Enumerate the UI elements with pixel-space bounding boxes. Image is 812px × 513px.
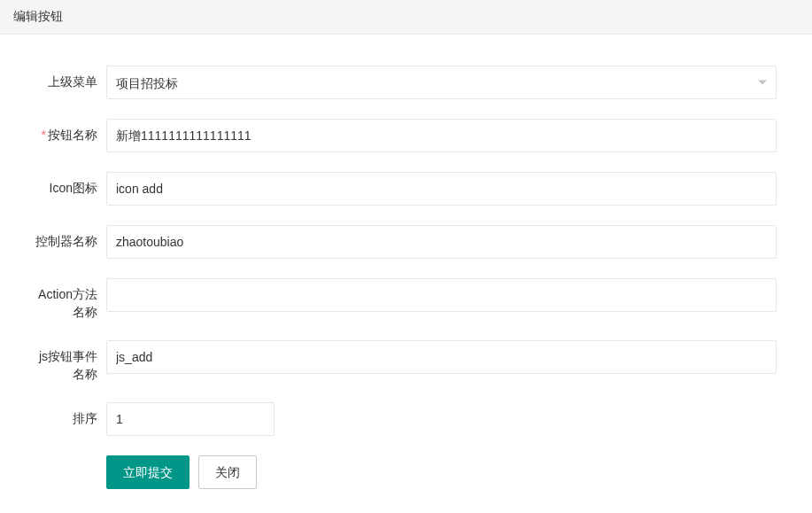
- chevron-down-icon: [758, 81, 767, 85]
- label-js-event: js按钮事件名称: [35, 340, 106, 383]
- label-button-name: *按钮名称: [35, 119, 106, 144]
- sort-input[interactable]: [106, 402, 275, 436]
- form-item-parent-menu: 上级菜单 项目招投标: [35, 66, 777, 99]
- field-content: [106, 340, 777, 374]
- icon-input[interactable]: [106, 172, 777, 206]
- submit-button[interactable]: 立即提交: [106, 455, 189, 489]
- page-header: 编辑按钮: [0, 0, 812, 35]
- label-text: 按钮名称: [48, 128, 97, 142]
- js-event-input[interactable]: [106, 340, 777, 374]
- select-display: 项目招投标: [106, 66, 777, 99]
- button-name-input[interactable]: [106, 119, 777, 152]
- form-item-js-event: js按钮事件名称: [35, 340, 777, 383]
- field-content: [106, 172, 777, 206]
- field-content: [106, 225, 777, 259]
- form-item-sort: 排序: [35, 402, 777, 436]
- select-value: 项目招投标: [116, 76, 178, 90]
- label-parent-menu: 上级菜单: [35, 66, 106, 91]
- page-title: 编辑按钮: [13, 9, 63, 23]
- form-item-button-name: *按钮名称: [35, 119, 777, 152]
- label-action: Action方法名称: [35, 278, 106, 321]
- field-content: 项目招投标: [106, 66, 777, 99]
- button-row: 立即提交 关闭: [106, 455, 777, 489]
- required-mark: *: [42, 128, 46, 142]
- field-content: [106, 119, 777, 152]
- form-item-controller: 控制器名称: [35, 225, 777, 259]
- action-input[interactable]: [106, 278, 777, 312]
- field-content: [106, 402, 777, 436]
- form-item-icon: Icon图标: [35, 172, 777, 206]
- label-sort: 排序: [35, 402, 106, 428]
- field-content: [106, 278, 777, 312]
- label-icon: Icon图标: [35, 172, 106, 198]
- form-container: 上级菜单 项目招投标 *按钮名称 Icon图标 控制器名称: [0, 35, 812, 507]
- controller-input[interactable]: [106, 225, 777, 259]
- form-item-action: Action方法名称: [35, 278, 777, 321]
- close-button[interactable]: 关闭: [198, 455, 257, 489]
- label-controller: 控制器名称: [35, 225, 106, 251]
- parent-menu-select[interactable]: 项目招投标: [106, 66, 777, 99]
